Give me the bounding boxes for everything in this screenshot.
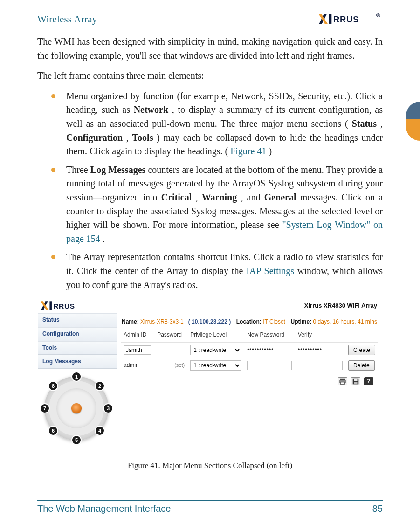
fig-brand-logo: RRUS: [41, 301, 92, 311]
table-row: admin (set) 1 : read-write Delete: [121, 358, 378, 373]
svg-text:RRUS: RRUS: [333, 14, 359, 24]
footer-rule: [37, 500, 383, 501]
bullet-menu: Menu organized by function (for example,…: [37, 89, 383, 158]
figure-41-link[interactable]: Figure 41: [230, 146, 266, 156]
create-button[interactable]: Create: [348, 345, 375, 355]
new-password-input[interactable]: [247, 361, 292, 370]
iap-settings-link[interactable]: IAP Settings: [246, 266, 294, 276]
verify-input[interactable]: [298, 361, 343, 370]
svg-rect-4: [49, 301, 52, 310]
col-new-password: New Password: [244, 329, 295, 342]
fig-info-bar: Name: Xirrus-XR8-3x3-1 ( 10.100.23.222 )…: [121, 316, 378, 329]
text: Three: [66, 165, 90, 175]
xirrus-logo-icon: RRUS: [41, 301, 92, 311]
menu-item-tools[interactable]: Tools: [38, 341, 117, 355]
bold-tools: Tools: [132, 132, 153, 143]
radio-4[interactable]: 4: [96, 427, 104, 435]
svg-rect-0: [329, 14, 331, 24]
svg-text:R: R: [378, 14, 379, 17]
admin-id-input[interactable]: [124, 345, 151, 355]
delete-button[interactable]: Delete: [348, 360, 375, 371]
bold-warning: Warning: [202, 192, 237, 202]
bullet-array-representation: The Array representation contains shortc…: [37, 250, 383, 292]
bold-network: Network: [134, 104, 168, 115]
text: ): [269, 146, 272, 156]
xirrus-logo-icon: RRUS R: [318, 13, 383, 25]
bold-log-messages: Log Messages: [90, 165, 146, 175]
help-icon[interactable]: ?: [364, 377, 373, 385]
svg-rect-8: [340, 382, 344, 384]
text: ,: [380, 118, 383, 129]
radio-5[interactable]: 5: [72, 436, 81, 444]
array-diagram[interactable]: 1 2 3 4 5 6 7 8: [41, 373, 111, 443]
fig-left-menu: Status Configuration Tools Log Messages: [38, 313, 117, 369]
text: ,: [126, 132, 132, 143]
new-password-value: •••••••••••: [247, 346, 274, 353]
bullet-log-messages: Three Log Messages counters are located …: [37, 163, 383, 246]
label-location: Location:: [236, 318, 262, 325]
col-verify: Verify: [295, 329, 345, 342]
lead-in-paragraph: The left frame contains three main eleme…: [37, 69, 383, 83]
radio-2[interactable]: 2: [96, 382, 104, 390]
intro-paragraph: The WMI has been designed with simplicit…: [37, 35, 383, 62]
text: .: [103, 234, 105, 244]
bold-configuration: Configuration: [66, 132, 123, 143]
value-uptime: 0 days, 16 hours, 41 mins: [313, 318, 377, 325]
menu-item-configuration[interactable]: Configuration: [38, 327, 117, 341]
bold-critical: Critical: [161, 192, 192, 202]
array-center-hub[interactable]: [71, 403, 82, 413]
svg-text:RRUS: RRUS: [53, 302, 75, 310]
value-location: IT Closet: [263, 318, 285, 325]
fig-device-title: Xirrus XR4830 WiFi Array: [304, 301, 377, 310]
radio-8[interactable]: 8: [49, 382, 57, 390]
svg-rect-10: [354, 379, 357, 380]
save-icon[interactable]: [351, 377, 360, 385]
figure-caption: Figure 41. Major Menu Sections Collapsed…: [37, 460, 383, 471]
brand-logo: RRUS R: [318, 13, 383, 25]
verify-value: ••••••••••: [298, 346, 322, 353]
svg-rect-11: [354, 382, 357, 384]
col-password: Password: [154, 329, 187, 342]
text: ,: [195, 192, 201, 202]
figure-41-screenshot: RRUS Xirrus XR4830 WiFi Array Status Con…: [37, 297, 382, 447]
menu-item-log-messages[interactable]: Log Messages: [38, 355, 117, 369]
privilege-select[interactable]: 1 : read-write: [190, 345, 241, 355]
radio-6[interactable]: 6: [49, 427, 57, 435]
radio-1[interactable]: 1: [72, 372, 81, 381]
radio-7[interactable]: 7: [41, 404, 49, 413]
admin-table: Admin ID Password Privilege Level New Pa…: [121, 329, 378, 373]
table-row: 1 : read-write ••••••••••• •••••••••• Cr…: [121, 342, 378, 358]
radio-3[interactable]: 3: [104, 404, 112, 413]
col-admin-id: Admin ID: [121, 329, 154, 342]
text: , and: [241, 192, 264, 202]
col-privilege: Privilege Level: [187, 329, 244, 342]
page-number: 85: [372, 503, 383, 514]
svg-rect-6: [340, 378, 345, 380]
label-uptime: Uptime:: [291, 318, 312, 325]
bold-general: General: [264, 192, 296, 202]
running-head: Wireless Array: [37, 14, 97, 25]
value-name: Xirrus-XR8-3x3-1: [140, 318, 184, 325]
print-icon[interactable]: [338, 377, 347, 385]
footer-section-title: The Web Management Interface: [37, 503, 171, 514]
admin-id-static: admin: [121, 358, 154, 373]
menu-item-status[interactable]: Status: [38, 313, 117, 327]
label-name: Name:: [122, 318, 139, 325]
privilege-select[interactable]: 1 : read-write: [190, 360, 241, 371]
password-set-indicator: (set): [174, 362, 185, 368]
value-ip: ( 10.100.23.222 ): [188, 318, 231, 325]
bold-status: Status: [352, 118, 377, 129]
